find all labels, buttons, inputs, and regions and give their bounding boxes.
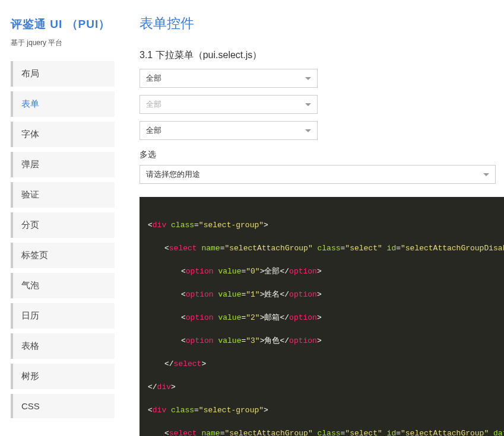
select-1[interactable]: 全部 xyxy=(140,69,318,88)
brand-subtitle: 基于 jquery 平台 xyxy=(11,38,115,48)
nav-css[interactable]: CSS xyxy=(11,394,115,418)
nav-tabs[interactable]: 标签页 xyxy=(11,243,115,268)
page-title: 表单控件 xyxy=(140,14,504,33)
multi-heading: 多选 xyxy=(140,149,504,160)
chevron-down-icon xyxy=(305,129,311,132)
multi-select[interactable]: 请选择您的用途 xyxy=(140,165,496,184)
nav-font[interactable]: 字体 xyxy=(11,122,115,147)
nav-layout[interactable]: 布局 xyxy=(11,61,115,87)
select-2-value: 全部 xyxy=(146,99,161,110)
nav-paginate[interactable]: 分页 xyxy=(11,212,115,238)
section-title: 3.1 下拉菜单（pui.select.js） xyxy=(140,49,504,62)
select-2-disabled: 全部 xyxy=(140,95,318,114)
select-1-value: 全部 xyxy=(146,73,161,84)
nav-layer[interactable]: 弹层 xyxy=(11,152,115,177)
nav-bubble[interactable]: 气泡 xyxy=(11,273,115,298)
main-content: 表单控件 3.1 下拉菜单（pui.select.js） 全部 全部 全部 多选… xyxy=(122,0,504,436)
multi-select-placeholder: 请选择您的用途 xyxy=(146,169,200,180)
select-3-value: 全部 xyxy=(146,125,161,136)
nav-form[interactable]: 表单 xyxy=(11,91,115,117)
nav-tree[interactable]: 树形 xyxy=(11,364,115,389)
chevron-down-icon xyxy=(305,77,311,80)
chevron-down-icon xyxy=(483,173,489,176)
sidebar-nav: 布局 表单 字体 弹层 验证 分页 标签页 气泡 日历 表格 树形 CSS xyxy=(11,61,115,418)
sidebar: 评鉴通 UI （PUI） 基于 jquery 平台 布局 表单 字体 弹层 验证… xyxy=(0,0,122,436)
nav-calendar[interactable]: 日历 xyxy=(11,303,115,329)
nav-table[interactable]: 表格 xyxy=(11,333,115,359)
chevron-down-icon xyxy=(305,103,311,106)
code-example: <div class="select-group"> <select name=… xyxy=(140,197,504,436)
select-3[interactable]: 全部 xyxy=(140,121,318,140)
nav-validate[interactable]: 验证 xyxy=(11,182,115,208)
brand-title: 评鉴通 UI （PUI） xyxy=(11,17,115,32)
